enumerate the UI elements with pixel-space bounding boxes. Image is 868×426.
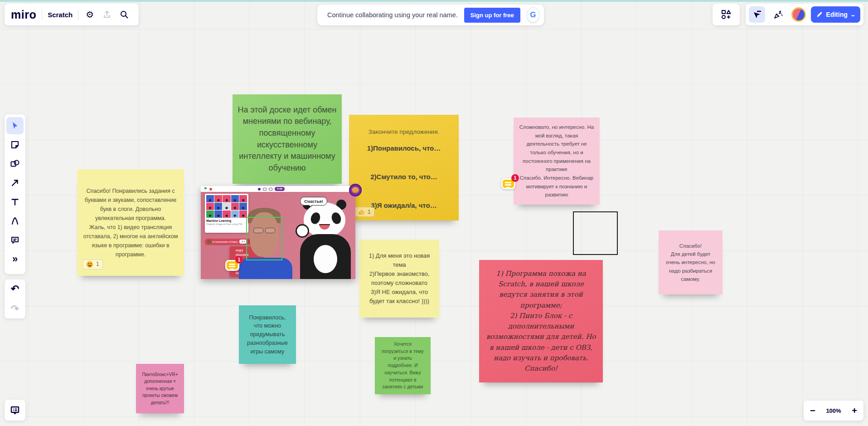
sticky-note-tool[interactable] xyxy=(6,136,24,153)
arrow-connector-tool[interactable] xyxy=(6,174,24,191)
settings-gear-icon[interactable]: ⚙ xyxy=(84,9,96,20)
sticky-note-tasks-feedback[interactable]: Спасибо! Понравились задания с буквами и… xyxy=(77,169,184,276)
participant-tile: ☻ xyxy=(223,195,230,202)
participant-tile: ☻ xyxy=(231,211,239,218)
signup-banner: Continue collaborating using your real n… xyxy=(317,5,544,25)
header-right-card: Editing ⌄ xyxy=(746,4,863,25)
reaction-count: 1 xyxy=(96,260,99,269)
participant-tile: ☻ xyxy=(223,211,230,218)
thumbs-up-icon xyxy=(358,209,365,215)
editing-mode-button[interactable]: Editing ⌄ xyxy=(811,6,860,23)
face-detection-box xyxy=(246,217,282,260)
undo-redo-panel: ↶ ↷ xyxy=(5,279,25,318)
participant-tile: ☻ xyxy=(231,203,239,210)
note-text: Понравилось, что можно придумывать разно… xyxy=(239,310,296,360)
zoom-in-button[interactable]: + xyxy=(852,406,857,415)
thumbs-up-reaction-badge[interactable]: 1 xyxy=(354,207,374,217)
comment-tool[interactable] xyxy=(6,231,24,249)
participant-tile: ☻ xyxy=(239,203,247,210)
top-accent-line xyxy=(0,0,868,2)
comment-bubble-icon xyxy=(229,264,235,265)
comment-count: 1 xyxy=(235,256,243,264)
header-left-card: miro Scratch ⚙ xyxy=(5,4,139,25)
user-avatar[interactable] xyxy=(791,7,806,22)
empty-square-shape[interactable] xyxy=(573,211,618,255)
chat-panel-card xyxy=(5,400,25,421)
participant-tile: ☻ xyxy=(206,195,214,202)
participant-tile: ☻ xyxy=(231,195,239,202)
comment-thread-badge[interactable]: 1 xyxy=(225,260,239,271)
collaborator-cursors-toggle-icon[interactable] xyxy=(749,6,765,23)
speech-bubble: Счастье! xyxy=(300,197,327,206)
pencil-icon xyxy=(816,11,823,18)
participant-tile: ☻ xyxy=(206,211,214,218)
divider xyxy=(42,9,42,20)
more-tools-icon[interactable]: » xyxy=(6,250,24,268)
prompt-item: 1)Понравилось, что… xyxy=(349,144,459,152)
comment-thread-badge[interactable]: 1 xyxy=(501,178,515,189)
zoom-controls: − 100% + xyxy=(804,401,863,421)
panel-title: Machine Learning xyxy=(206,219,247,222)
prompts-title: Закончите предложения. xyxy=(349,128,459,135)
export-upload-icon[interactable] xyxy=(101,9,113,20)
presenter-shirt xyxy=(239,258,292,279)
face-thumbnail xyxy=(207,240,211,244)
participant-tile: ☻ xyxy=(239,195,247,202)
sticky-note-prompts[interactable]: Закончите предложения. 1)Понравилось, чт… xyxy=(349,115,459,220)
sign-up-button[interactable]: Sign up for free xyxy=(464,8,520,23)
note-text: Хочется погрузиться в тему и узнать подр… xyxy=(375,337,431,394)
select-tool[interactable] xyxy=(6,117,24,134)
camera-icon xyxy=(269,188,272,191)
recorder-toolbar: ⚑ 0:00 xyxy=(201,186,355,192)
board-chat-icon[interactable] xyxy=(6,402,24,419)
comment-count: 1 xyxy=(511,174,519,182)
zoom-out-button[interactable]: − xyxy=(810,406,815,415)
sticky-note-dive-deeper[interactable]: Хочется погрузиться в тему и узнать подр… xyxy=(375,337,431,394)
note-text: Пиктоблокс+VR+ дополненная = очень круты… xyxy=(136,367,184,410)
block-label: is expression of face: xyxy=(213,240,238,243)
divider xyxy=(78,9,78,20)
sticky-note-new-topic[interactable]: 1) Для меня это новая тема 2)Первое знак… xyxy=(359,240,439,318)
undo-icon[interactable]: ↶ xyxy=(6,280,24,298)
apps-shapes-icon[interactable] xyxy=(720,9,732,20)
search-icon[interactable] xyxy=(118,9,130,20)
editing-label: Editing xyxy=(826,11,847,18)
shapes-tool[interactable] xyxy=(6,155,24,172)
sticky-note-scratch-comparison[interactable]: 1) Программа похожа на Scratch, в нашей … xyxy=(479,260,603,382)
note-text: Спасибо! Понравились задания с буквами и… xyxy=(77,183,184,263)
zoom-level[interactable]: 100% xyxy=(826,407,841,414)
note-text: 1) Программа похожа на Scratch, в нашей … xyxy=(479,265,603,378)
comment-bubble-icon xyxy=(505,182,511,183)
reactions-party-icon[interactable] xyxy=(770,6,786,23)
participant-tile: ☻ xyxy=(206,203,214,210)
miro-logo[interactable]: miro xyxy=(11,9,36,20)
smiley-icon xyxy=(86,261,93,268)
smiley-reaction-badge[interactable]: 1 xyxy=(82,260,103,269)
stop-icon xyxy=(209,188,212,191)
note-text: Спасибо! Для детей будет очень интересно… xyxy=(659,238,723,287)
text-tool[interactable] xyxy=(6,193,24,211)
participant-tile: ☻ xyxy=(214,203,222,210)
banner-message: Continue collaborating using your real n… xyxy=(327,11,458,19)
prompt-item: 2)Смутило то, что… xyxy=(349,173,459,181)
participant-tile: ☻ xyxy=(223,203,230,210)
webinar-screenshot-image[interactable]: ⚑ 0:00 ☻☻☻☻☻☻☻☻☻☻☻☻☻☻☻ Machine Learning … xyxy=(201,186,355,279)
board-name[interactable]: Scratch xyxy=(48,11,73,19)
sticky-note-thanks-kids[interactable]: Спасибо! Для детей будет очень интересно… xyxy=(659,230,723,294)
participant-tile: ☻ xyxy=(214,211,222,218)
sticky-note-complex-interesting[interactable]: Сложновато, но интересно. На мой взгляд,… xyxy=(514,118,600,205)
sticky-note-intro[interactable]: На этой доске идет обмен мнениями по веб… xyxy=(233,94,342,184)
record-dot-icon xyxy=(258,188,261,191)
sticky-note-liked-games[interactable]: Понравилось, что можно придумывать разно… xyxy=(239,305,296,364)
note-text: На этой доске идет обмен мнениями по веб… xyxy=(233,101,342,177)
redo-icon[interactable]: ↷ xyxy=(6,300,24,318)
recorder-icons: 0:00 xyxy=(258,187,285,191)
panel-subtitle: Classify Image & Pose using TM xyxy=(206,223,247,225)
board-canvas[interactable]: miro Scratch ⚙ Continue collaborating us… xyxy=(0,0,868,426)
pen-tool[interactable] xyxy=(6,212,24,230)
reaction-count: 1 xyxy=(368,209,371,215)
note-text: 1) Для меня это новая тема 2)Первое знак… xyxy=(359,248,439,310)
google-signin-icon[interactable]: G xyxy=(527,7,539,23)
sticky-note-pictoblox-vr[interactable]: Пиктоблокс+VR+ дополненная = очень круты… xyxy=(136,364,184,413)
machine-learning-panel: ☻☻☻☻☻☻☻☻☻☻☻☻☻☻☻ Machine Learning Classif… xyxy=(205,194,248,233)
